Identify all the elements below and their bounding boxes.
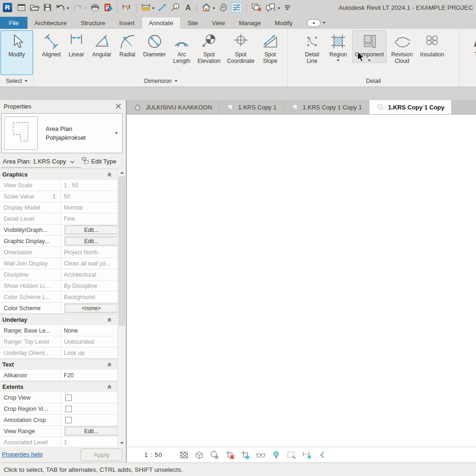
ribbon-tab-insert[interactable]: Insert — [112, 17, 142, 29]
view-scale-button[interactable]: 1 : 50 — [144, 451, 163, 458]
property-value[interactable] — [61, 392, 118, 403]
properties-scrollbar[interactable] — [117, 169, 126, 447]
property-value[interactable]: None — [61, 325, 118, 336]
collapse-chevron-icon[interactable] — [107, 317, 112, 324]
region-button[interactable]: Region — [326, 30, 350, 63]
ribbon-tab-modify[interactable]: Modify — [268, 17, 299, 29]
sun-shadows-icon[interactable] — [210, 450, 220, 460]
revision-cloud-button[interactable]: RevisionCloud — [388, 30, 415, 66]
radial-button[interactable]: Radial — [115, 30, 139, 60]
crop-region-vi-checkbox[interactable] — [65, 406, 72, 412]
ribbon-tab-architecture[interactable]: Architecture — [27, 17, 74, 29]
linear-button[interactable]: Linear — [64, 30, 88, 60]
temporary-view-properties-icon[interactable] — [286, 450, 297, 460]
detail-line-button[interactable] — [157, 3, 168, 14]
collapse-chevron-icon[interactable] — [107, 362, 112, 368]
ribbon-tab-view[interactable]: View — [205, 17, 232, 29]
property-value[interactable]: Edit... — [61, 224, 118, 235]
switch-windows-button[interactable] — [265, 3, 281, 14]
thin-lines-toggle[interactable] — [231, 3, 243, 14]
reveal-hidden-elements-icon[interactable] — [271, 450, 281, 460]
export-button[interactable] — [103, 3, 113, 14]
section-header-text[interactable]: Text — [0, 359, 118, 370]
modify-button[interactable]: Modify — [0, 30, 33, 75]
user-interface-button[interactable] — [16, 3, 27, 14]
open-button[interactable] — [29, 3, 40, 14]
dimension-dropdown-caret[interactable] — [152, 7, 155, 9]
ribbon-collapse-caret[interactable] — [323, 22, 326, 24]
crop-view-checkbox[interactable] — [65, 394, 72, 401]
detail-line-button[interactable]: DetailLine — [300, 30, 324, 66]
type-selector[interactable]: Area Plan Pohjapiirrokset — [1, 113, 122, 153]
dimension-panel-label[interactable]: Dimension — [34, 75, 287, 87]
collapse-chevron-icon[interactable] — [107, 384, 112, 391]
visibility-graph-button[interactable]: Edit... — [65, 225, 118, 234]
tag-button[interactable]: 1 — [170, 3, 181, 14]
spot-coordinate-button[interactable]: SpotCoordinate — [224, 30, 257, 66]
close-icon[interactable] — [115, 103, 122, 109]
insulation-button[interactable]: Insulation — [417, 30, 447, 60]
save-button[interactable] — [42, 3, 53, 14]
properties-help-link[interactable]: Properties help — [2, 451, 42, 458]
home-dropdown-caret[interactable] — [212, 7, 215, 9]
property-value[interactable]: <none> — [61, 303, 118, 313]
visual-style-icon[interactable] — [179, 450, 189, 460]
scrollbar-up-arrow[interactable] — [118, 169, 126, 176]
section-header-graphics[interactable]: Graphics — [0, 169, 118, 180]
tex-button[interactable]: ATex — [467, 30, 476, 60]
apply-button[interactable]: Apply — [81, 449, 122, 461]
ribbon-tab-structure[interactable]: Structure — [74, 17, 112, 29]
component-button[interactable]: Component — [352, 30, 387, 63]
collapse-chevron-icon[interactable] — [107, 172, 112, 178]
scrollbar-down-arrow[interactable] — [118, 439, 126, 447]
spot-elevation-button[interactable]: SpotElevation — [195, 30, 223, 66]
undo-dropdown-caret[interactable] — [67, 7, 69, 9]
close-inactive-windows-button[interactable] — [251, 3, 263, 14]
type-selector-caret[interactable] — [115, 132, 118, 134]
detail-level-icon[interactable] — [194, 450, 204, 460]
ribbon-tab-site[interactable]: Site — [181, 17, 205, 29]
instance-type-label[interactable]: Area Plan: 1.KRS Copy — [3, 158, 66, 165]
redo-dropdown-caret[interactable] — [84, 7, 87, 9]
section-header-underlay[interactable]: Underlay — [0, 314, 118, 325]
customize-qat-button[interactable] — [283, 3, 292, 14]
view-tab-julkisivu-kaakkoon[interactable]: JULKISIVU KAAKKOON — [127, 100, 219, 114]
aligned-button[interactable]: Aligned — [39, 30, 63, 60]
view-tab-1-krs-copy-1-copy[interactable]: 1.KRS Copy 1 Copy — [369, 100, 452, 114]
scrollbar-thumb[interactable] — [119, 177, 125, 326]
revit-logo[interactable]: R — [2, 3, 14, 14]
measure-button[interactable] — [121, 3, 132, 14]
measure-teal-icon[interactable] — [302, 450, 312, 460]
spot-slope-button[interactable]: SpotSlope — [258, 30, 282, 66]
annotation-crop-checkbox[interactable] — [65, 417, 72, 423]
ribbon-tab-file[interactable]: File — [0, 17, 27, 29]
section-button[interactable] — [218, 3, 228, 14]
ribbon-display-toggle[interactable] — [307, 17, 326, 29]
ribbon-collapse-pill[interactable] — [307, 19, 320, 27]
edit-type-button[interactable]: Edit Type — [82, 157, 116, 165]
view-tab-1-krs-copy-1[interactable]: 1.KRS Copy 1 — [219, 100, 284, 114]
print-button[interactable] — [89, 3, 101, 14]
show-crop-region-icon[interactable] — [240, 450, 251, 460]
view-range-button[interactable]: Edit... — [65, 427, 118, 435]
property-value[interactable] — [61, 415, 118, 425]
property-value[interactable] — [61, 403, 118, 414]
select-panel-label[interactable]: Select — [0, 75, 34, 87]
text-button[interactable]: A — [184, 3, 193, 14]
graphic-display-button[interactable]: Edit... — [65, 237, 118, 245]
diameter-button[interactable]: Diameter — [140, 30, 169, 60]
property-value[interactable]: Edit... — [61, 236, 118, 246]
property-value[interactable]: Edit... — [61, 426, 118, 436]
color-scheme-button[interactable]: <none> — [65, 304, 118, 313]
collapse-arrow-icon[interactable] — [317, 450, 327, 460]
temporary-hide-isolate-icon[interactable] — [256, 450, 266, 460]
redo-button[interactable] — [72, 3, 87, 14]
arc-length-button[interactable]: ArcLength — [170, 30, 194, 66]
switch-windows-caret[interactable] — [278, 7, 280, 9]
aligned-dimension-button[interactable] — [140, 3, 155, 14]
ribbon-tab-manage[interactable]: Manage — [232, 17, 268, 29]
angular-button[interactable]: Angular — [89, 30, 114, 60]
crop-view-off-icon[interactable] — [225, 450, 235, 460]
chevron-down-icon[interactable] — [70, 158, 75, 165]
view-tab-1-krs-copy-1-copy-1[interactable]: 1.KRS Copy 1 Copy 1 — [284, 100, 369, 114]
